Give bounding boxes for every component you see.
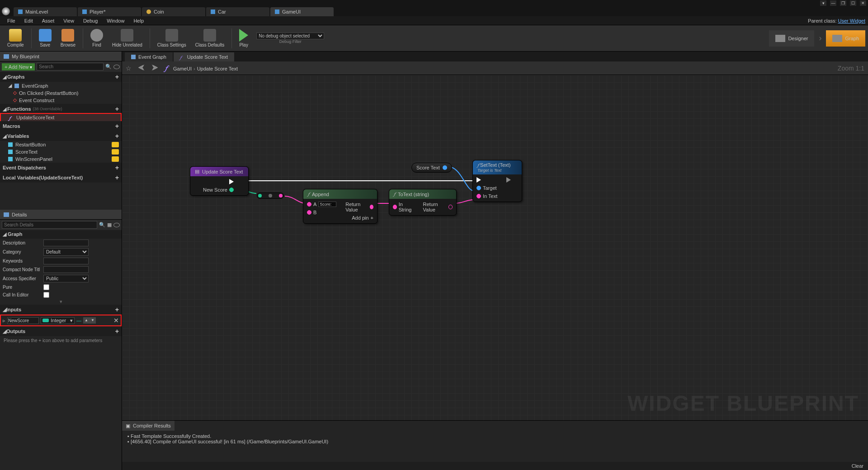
add-new-button[interactable]: + Add New ▾ — [2, 63, 35, 70]
play-button[interactable]: Play — [235, 29, 253, 47]
string-pin[interactable] — [393, 205, 397, 209]
menu-debug[interactable]: Debug — [79, 18, 102, 24]
text-pin[interactable] — [448, 205, 453, 209]
string-pin[interactable] — [307, 210, 311, 215]
category-select[interactable]: Default — [43, 248, 89, 256]
menu-help[interactable]: Help — [129, 18, 148, 24]
grid-icon[interactable]: ▦ — [107, 222, 112, 228]
exec-in-pin[interactable] — [476, 177, 481, 183]
menu-file[interactable]: File — [3, 18, 20, 24]
object-pin[interactable] — [443, 165, 447, 170]
param-type-select[interactable]: Integer▾ — [41, 317, 75, 324]
add-variable-button[interactable]: + — [115, 132, 119, 140]
reroute-node[interactable] — [257, 193, 284, 199]
add-macro-button[interactable]: + — [115, 122, 119, 130]
functions-header[interactable]: ◢Functions(38 Overridable)+ — [0, 104, 122, 114]
macros-header[interactable]: Macros+ — [0, 121, 122, 131]
eye-icon[interactable] — [113, 223, 120, 227]
parent-class-link[interactable]: User Widget — [838, 18, 865, 24]
menu-edit[interactable]: Edit — [20, 18, 38, 24]
exec-out-pin[interactable] — [229, 179, 234, 184]
graph-canvas[interactable]: ▤Update Score Text New Score 𝑓Append — [122, 75, 868, 420]
visibility-toggle[interactable] — [112, 142, 119, 147]
window-restore[interactable]: ❐ — [840, 0, 846, 6]
menu-asset[interactable]: Asset — [38, 18, 59, 24]
exec-out-pin[interactable] — [506, 177, 511, 183]
doc-tab-mainlevel[interactable]: MainLevel — [14, 7, 77, 16]
add-local-button[interactable]: + — [115, 174, 119, 181]
search-icon[interactable]: 🔍 — [99, 222, 105, 228]
add-dispatcher-button[interactable]: + — [115, 164, 119, 171]
pin[interactable] — [269, 194, 272, 197]
keywords-input[interactable] — [43, 258, 89, 264]
window-btn[interactable]: ▾ — [820, 0, 826, 6]
call-in-editor-checkbox[interactable] — [43, 292, 49, 298]
details-search-input[interactable] — [2, 221, 97, 229]
locals-header[interactable]: Local Variables (UpdateScoreText)+ — [0, 173, 122, 183]
event-graph-item[interactable]: ◢EventGraph — [0, 82, 122, 89]
variable-item[interactable]: ScoreText — [0, 148, 122, 155]
variable-item[interactable]: WinScreenPanel — [0, 155, 122, 163]
add-pin-button[interactable]: Add pin — [352, 215, 368, 221]
doc-tab-player[interactable]: Player* — [78, 7, 141, 16]
variable-item[interactable]: RestartButton — [0, 141, 122, 148]
pin[interactable] — [279, 194, 283, 197]
doc-tab-gameui[interactable]: GameUI — [270, 7, 334, 16]
event-item[interactable]: Event Construct — [0, 97, 122, 104]
pure-checkbox[interactable] — [43, 284, 49, 290]
move-down-button[interactable]: ▼ — [90, 317, 96, 324]
delete-param-button[interactable]: ✕ — [113, 317, 119, 324]
save-button[interactable]: Save — [34, 29, 56, 47]
graph-mode-button[interactable]: Graph — [826, 30, 865, 47]
my-blueprint-tab[interactable]: My Blueprint — [0, 52, 122, 61]
pin-default-input[interactable] — [318, 202, 336, 207]
menu-view[interactable]: View — [59, 18, 79, 24]
search-icon[interactable]: 🔍 — [105, 64, 112, 70]
expand-icon[interactable]: ▹ — [3, 318, 5, 324]
pin[interactable] — [258, 194, 262, 197]
add-output-button[interactable]: + — [115, 328, 119, 335]
favorite-icon[interactable]: ☆ — [126, 65, 132, 72]
node-append[interactable]: 𝑓Append A B Return Value Add pin + — [303, 189, 377, 224]
add-input-button[interactable]: + — [115, 306, 119, 313]
class-defaults-button[interactable]: Class Defaults — [191, 29, 229, 47]
variables-header[interactable]: ◢Variables+ — [0, 131, 122, 141]
nav-forward-icon[interactable]: ⮞ — [151, 64, 159, 72]
compile-button[interactable]: Compile — [3, 29, 28, 47]
graphs-header[interactable]: ◢Graphs+ — [0, 72, 122, 82]
browse-button[interactable]: Browse — [56, 29, 80, 47]
inputs-section[interactable]: ◢ Inputs+ — [0, 305, 122, 315]
debug-object-select[interactable]: No debug object selected — [256, 33, 324, 39]
function-updatescoretext[interactable]: 𝑓UpdateScoreText — [1, 114, 121, 121]
window-min[interactable]: — — [830, 0, 836, 6]
add-function-button[interactable]: + — [115, 105, 119, 113]
compiler-results-tab[interactable]: ▣Compiler Results — [122, 421, 175, 431]
description-input[interactable] — [43, 240, 89, 246]
param-name-input[interactable] — [7, 317, 39, 324]
window-max[interactable]: ☐ — [850, 0, 856, 6]
menu-window[interactable]: Window — [102, 18, 129, 24]
dispatchers-header[interactable]: Event Dispatchers+ — [0, 163, 122, 173]
move-up-button[interactable]: ▲ — [83, 317, 90, 324]
add-graph-button[interactable]: + — [115, 73, 119, 80]
doc-tab-coin[interactable]: Coin — [142, 7, 205, 16]
plus-icon[interactable]: + — [371, 215, 373, 221]
tab-event-graph[interactable]: Event Graph — [125, 52, 173, 61]
node-settext[interactable]: 𝑓 SetText (Text)Target is Text Target In… — [472, 160, 522, 202]
compact-title-input[interactable] — [43, 266, 89, 273]
window-close[interactable]: ✕ — [860, 0, 866, 6]
object-pin[interactable] — [476, 186, 481, 190]
access-select[interactable]: Public — [43, 275, 89, 282]
visibility-toggle[interactable] — [112, 149, 119, 155]
doc-tab-car[interactable]: Car — [206, 7, 269, 16]
find-button[interactable]: Find — [86, 29, 108, 47]
class-settings-button[interactable]: Class Settings — [153, 29, 191, 47]
search-input[interactable] — [37, 63, 104, 70]
tab-update-score-text[interactable]: 𝑓Update Score Text — [174, 52, 234, 61]
hide-unrelated-button[interactable]: Hide Unrelated — [108, 29, 147, 47]
text-pin[interactable] — [476, 194, 481, 198]
graph-section[interactable]: ◢ Graph — [0, 230, 122, 239]
node-variable-scoretext[interactable]: Score Text — [411, 163, 452, 173]
clear-button[interactable]: Clear — [852, 463, 863, 469]
details-tab[interactable]: Details — [0, 210, 122, 220]
